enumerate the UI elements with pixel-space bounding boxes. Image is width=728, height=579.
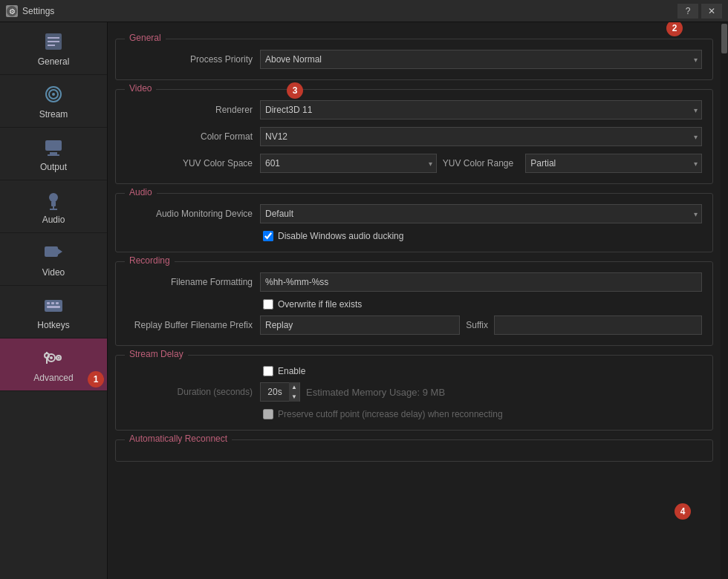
spinner-up[interactable]: ▲ xyxy=(289,382,299,392)
disable-ducking-checkbox[interactable] xyxy=(263,231,273,241)
scrollbar[interactable] xyxy=(721,22,728,579)
overwrite-checkbox[interactable] xyxy=(263,299,273,310)
process-priority-select-wrap: Above Normal xyxy=(260,50,702,69)
svg-point-26 xyxy=(58,357,60,359)
preserve-checkbox[interactable] xyxy=(263,409,273,419)
duration-spinner: ▲ ▼ xyxy=(260,382,300,402)
content-area: General 2 Process Priority Above Normal … xyxy=(108,22,721,579)
enable-label: Enable xyxy=(278,366,305,376)
replay-prefix-label: Replay Buffer Filename Prefix xyxy=(126,320,253,330)
audio-section-title: Audio xyxy=(125,187,157,197)
annotation-2: 2 xyxy=(666,22,683,36)
advanced-label: Advanced xyxy=(33,373,73,383)
help-button[interactable]: ? xyxy=(677,4,698,19)
sidebar-item-output[interactable]: Output xyxy=(0,128,107,180)
window-title: Settings xyxy=(22,6,677,16)
stream-label: Stream xyxy=(39,109,68,120)
replay-prefix-input[interactable] xyxy=(260,315,460,335)
general-label: General xyxy=(38,56,70,67)
duration-input[interactable] xyxy=(261,383,289,401)
svg-rect-4 xyxy=(48,41,59,42)
hotkeys-label: Hotkeys xyxy=(37,320,69,330)
svg-rect-9 xyxy=(45,140,62,151)
audio-icon xyxy=(42,188,65,212)
preserve-label: Preserve cutoff point (increase delay) w… xyxy=(278,409,503,419)
color-format-select[interactable]: NV12 xyxy=(260,127,702,146)
sidebar-item-video[interactable]: Video xyxy=(0,233,107,286)
video-label: Video xyxy=(42,267,65,278)
spinner-buttons: ▲ ▼ xyxy=(289,382,299,402)
sidebar-item-advanced[interactable]: 1 Advanced xyxy=(0,338,107,391)
general-section-title: General xyxy=(125,33,166,43)
svg-rect-5 xyxy=(48,45,55,46)
svg-point-8 xyxy=(52,93,55,96)
memory-label: Estimated Memory Usage: 9 MB xyxy=(306,387,445,398)
replay-row: Replay Buffer Filename Prefix Suffix xyxy=(126,315,702,335)
yuv-range-select[interactable]: Partial xyxy=(525,154,702,173)
svg-rect-20 xyxy=(51,302,54,304)
svg-point-28 xyxy=(45,353,49,358)
yuv-space-select-wrap: 601 xyxy=(260,154,437,173)
disable-ducking-row: Disable Windows audio ducking xyxy=(126,231,702,241)
svg-point-12 xyxy=(49,193,58,202)
enable-row: Enable xyxy=(126,366,702,376)
output-icon xyxy=(42,135,65,159)
sidebar-item-general[interactable]: General xyxy=(0,22,107,75)
stream-icon xyxy=(42,82,65,106)
yuv-space-select[interactable]: 601 xyxy=(260,154,437,173)
audio-label: Audio xyxy=(42,215,65,225)
suffix-input[interactable] xyxy=(494,315,702,335)
filename-input[interactable] xyxy=(260,272,702,292)
duration-row: Duration (seconds) ▲ ▼ Estimated Memory … xyxy=(126,382,702,402)
spinner-down[interactable]: ▼ xyxy=(289,392,299,402)
video-section: Video 3 Renderer Direct3D 11 Color Forma… xyxy=(115,89,713,184)
preserve-row: Preserve cutoff point (increase delay) w… xyxy=(126,409,702,419)
renderer-label: Renderer xyxy=(126,105,253,115)
app-icon: ⚙ xyxy=(6,5,18,17)
disable-ducking-label: Disable Windows audio ducking xyxy=(278,231,403,241)
svg-rect-16 xyxy=(45,246,58,257)
monitoring-row: Audio Monitoring Device Default xyxy=(126,204,702,223)
yuv-row: YUV Color Space 601 YUV Color Range Part… xyxy=(126,154,702,173)
process-priority-row: Process Priority Above Normal xyxy=(126,50,702,69)
monitoring-select-wrap: Default xyxy=(260,204,702,223)
color-format-select-wrap: NV12 xyxy=(260,127,702,146)
svg-point-24 xyxy=(50,356,53,359)
duration-label: Duration (seconds) xyxy=(126,387,253,397)
duration-wrap: ▲ ▼ Estimated Memory Usage: 9 MB xyxy=(260,382,445,402)
svg-rect-3 xyxy=(48,37,59,39)
renderer-select[interactable]: Direct3D 11 xyxy=(260,100,702,120)
titlebar: ⚙ Settings ? ✕ xyxy=(0,0,728,22)
sidebar-item-audio[interactable]: Audio xyxy=(0,180,107,233)
video-icon xyxy=(42,241,65,264)
sidebar-item-stream[interactable]: Stream xyxy=(0,75,107,128)
suffix-label: Suffix xyxy=(466,320,488,330)
scroll-thumb[interactable] xyxy=(721,24,727,53)
svg-rect-11 xyxy=(48,154,59,156)
annotation-3: 3 xyxy=(287,82,303,99)
sidebar-item-hotkeys[interactable]: Hotkeys xyxy=(0,286,107,338)
close-button[interactable]: ✕ xyxy=(701,4,722,19)
yuv-range-select-wrap: Partial xyxy=(525,154,702,173)
overwrite-label: Overwrite if file exists xyxy=(278,299,362,310)
general-section: General 2 Process Priority Above Normal xyxy=(115,39,713,80)
renderer-select-wrap: Direct3D 11 xyxy=(260,100,702,120)
svg-text:⚙: ⚙ xyxy=(9,7,16,16)
video-section-title: Video xyxy=(125,83,156,94)
monitoring-label: Audio Monitoring Device xyxy=(126,209,253,219)
yuv-color-space-label: YUV Color Space xyxy=(126,158,253,169)
stream-delay-section: Stream Delay Enable Duration (seconds) ▲… xyxy=(115,355,713,431)
general-icon xyxy=(42,30,65,53)
monitoring-select[interactable]: Default xyxy=(260,204,702,223)
advanced-icon xyxy=(42,346,65,370)
svg-rect-21 xyxy=(56,302,59,304)
process-priority-select[interactable]: Above Normal xyxy=(260,50,702,69)
recording-section-title: Recording xyxy=(125,255,175,266)
svg-rect-14 xyxy=(53,206,54,209)
svg-rect-13 xyxy=(51,201,56,206)
recording-section: Recording Filename Formatting Overwrite … xyxy=(115,261,713,346)
hotkeys-icon xyxy=(42,293,65,317)
enable-checkbox[interactable] xyxy=(263,366,273,376)
auto-reconnect-title: Automatically Reconnect xyxy=(125,434,232,444)
filename-label: Filename Formatting xyxy=(126,277,253,287)
